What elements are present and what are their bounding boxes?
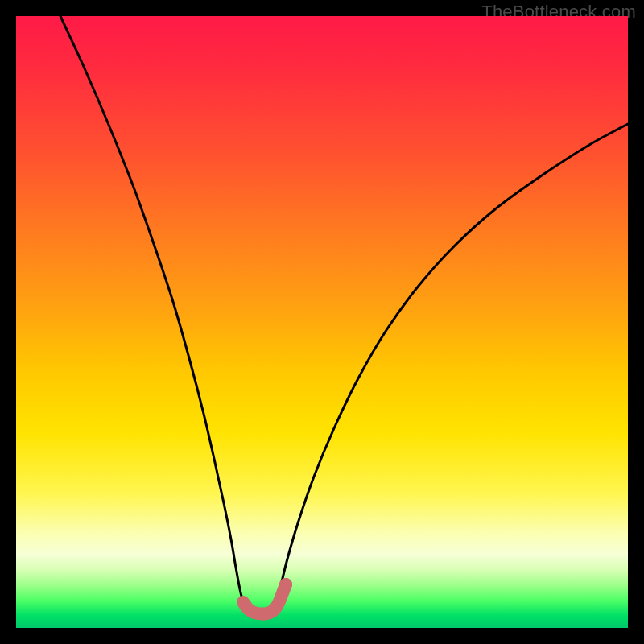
left-curve [60, 16, 243, 602]
chart-frame [16, 16, 628, 628]
bottleneck-curve-plot [16, 16, 628, 628]
highlight-end-dot [279, 578, 292, 591]
highlight-valley-curve [243, 584, 286, 614]
right-curve [278, 124, 628, 602]
